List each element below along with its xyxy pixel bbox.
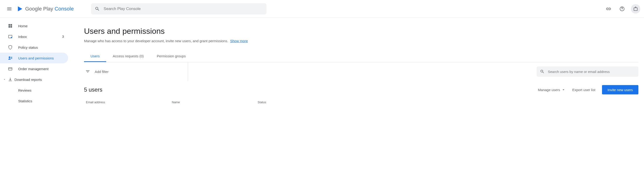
play-logo-icon — [17, 5, 23, 12]
sidebar: Home Inbox 3 Policy status Users and per… — [0, 18, 70, 179]
shield-icon — [8, 44, 13, 50]
svg-rect-5 — [10, 26, 12, 28]
sidebar-item-label: Download reports — [14, 78, 64, 82]
sidebar-item-label: Statistics — [18, 99, 64, 103]
sidebar-item-users[interactable]: Users and permissions — [0, 53, 68, 63]
download-icon — [8, 77, 13, 82]
help-icon — [619, 6, 625, 12]
users-icon — [8, 55, 13, 61]
svg-rect-2 — [9, 24, 10, 26]
chevron-down-icon — [3, 77, 6, 82]
add-filter-label: Add filter — [95, 70, 108, 74]
sidebar-item-orders[interactable]: Order management — [0, 63, 68, 74]
user-search[interactable] — [537, 66, 638, 77]
store-icon — [633, 6, 638, 11]
search-icon — [95, 6, 100, 11]
manage-users-button[interactable]: Manage users — [538, 88, 566, 92]
page-subtitle: Manage who has access to your developer … — [84, 39, 638, 43]
main-content: Users and permissions Manage who has acc… — [70, 18, 644, 179]
sidebar-item-label: Order management — [18, 67, 64, 71]
sidebar-item-label: Home — [18, 24, 64, 28]
column-name[interactable]: Name — [172, 100, 258, 104]
link-button[interactable] — [604, 4, 613, 13]
tab-access-requests[interactable]: Access requests (0) — [106, 51, 150, 62]
inbox-icon — [8, 34, 13, 39]
sidebar-item-statistics[interactable]: Statistics — [0, 96, 68, 106]
sidebar-item-inbox[interactable]: Inbox 3 — [0, 31, 68, 42]
sidebar-item-home[interactable]: Home — [0, 20, 68, 31]
add-filter-button[interactable]: Add filter — [84, 69, 108, 74]
column-email[interactable]: Email address — [86, 100, 172, 104]
export-user-list-button[interactable]: Export user list — [572, 88, 595, 92]
sidebar-item-policy[interactable]: Policy status — [0, 42, 68, 53]
sidebar-item-downloads[interactable]: Download reports — [0, 74, 68, 85]
help-button[interactable] — [618, 4, 627, 13]
svg-point-1 — [622, 9, 622, 10]
logo-text: Google Play Console — [25, 6, 74, 12]
divider — [188, 62, 188, 81]
sidebar-item-label: Policy status — [18, 45, 64, 49]
tabs: Users Access requests (0) Permission gro… — [84, 51, 638, 62]
dashboard-icon — [8, 23, 13, 29]
store-button[interactable] — [631, 4, 640, 13]
search-icon — [540, 69, 544, 74]
svg-rect-10 — [11, 58, 12, 58]
sidebar-item-label: Reviews — [18, 88, 64, 92]
global-search-input[interactable] — [104, 6, 263, 11]
tab-permission-groups[interactable]: Permission groups — [150, 51, 192, 62]
svg-rect-9 — [11, 57, 12, 57]
invite-users-button[interactable]: Invite new users — [602, 85, 638, 94]
show-more-link[interactable]: Show more — [230, 39, 248, 43]
user-count-title: 5 users — [84, 86, 102, 93]
page-title: Users and permissions — [84, 26, 638, 36]
sidebar-item-label: Users and permissions — [18, 56, 64, 60]
column-status[interactable]: Status — [258, 100, 638, 104]
svg-rect-11 — [11, 58, 12, 59]
filter-icon — [86, 69, 90, 74]
menu-button[interactable] — [4, 3, 15, 14]
inbox-badge: 3 — [62, 35, 64, 38]
global-search[interactable] — [91, 3, 266, 14]
user-search-input[interactable] — [548, 70, 635, 74]
link-icon — [606, 6, 611, 12]
svg-point-8 — [9, 56, 10, 58]
hamburger-icon — [6, 6, 12, 12]
tab-users[interactable]: Users — [84, 51, 106, 62]
logo[interactable]: Google Play Console — [17, 5, 74, 12]
chevron-down-icon — [562, 88, 566, 92]
card-icon — [8, 66, 13, 72]
sidebar-item-label: Inbox — [18, 35, 57, 39]
svg-point-7 — [11, 37, 12, 38]
svg-rect-12 — [9, 68, 12, 70]
svg-rect-4 — [9, 26, 10, 28]
svg-rect-3 — [10, 24, 12, 26]
sidebar-item-reviews[interactable]: Reviews — [0, 85, 68, 96]
table-header: Email address Name Status — [84, 100, 638, 104]
